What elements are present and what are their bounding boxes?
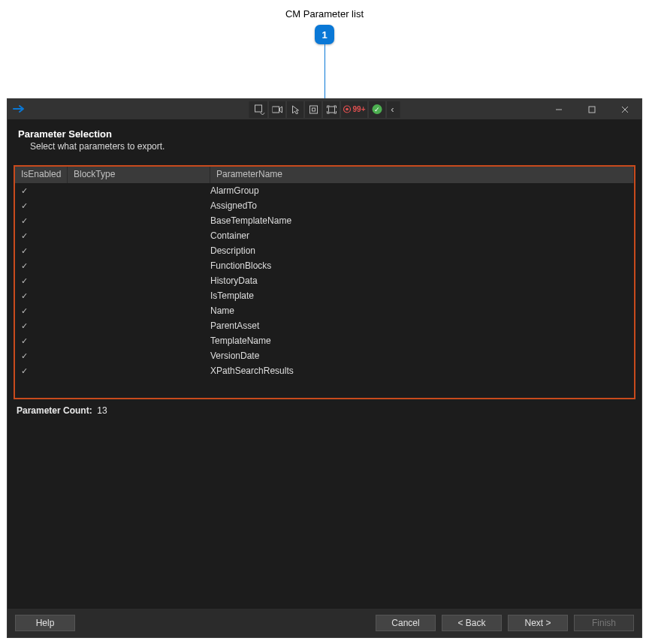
- check-icon: ✓: [21, 201, 28, 210]
- cell-parametername: AssignedTo: [210, 200, 634, 211]
- check-icon: ✓: [21, 306, 28, 315]
- cell-isenabled[interactable]: ✓: [15, 215, 68, 226]
- parameter-table: IsEnabled BlockType ParameterName ✓Alarm…: [14, 165, 635, 399]
- svg-rect-0: [255, 105, 261, 112]
- table-row[interactable]: ✓ParentAsset: [15, 318, 634, 333]
- cell-isenabled[interactable]: ✓: [15, 320, 68, 331]
- cell-parametername: FunctionBlocks: [210, 260, 634, 271]
- cell-parametername: HistoryData: [210, 275, 634, 286]
- titlebar: 99+ ✓ ‹: [8, 99, 641, 119]
- svg-rect-7: [589, 107, 595, 113]
- toolbar-status-ok-icon[interactable]: ✓: [368, 101, 386, 118]
- parameter-count-label: Parameter Count:: [17, 405, 92, 416]
- table-row[interactable]: ✓FunctionBlocks: [15, 258, 634, 273]
- check-icon: ✓: [21, 186, 28, 195]
- cell-isenabled[interactable]: ✓: [15, 230, 68, 241]
- table-header-row: IsEnabled BlockType ParameterName: [15, 167, 634, 183]
- cell-parametername: BaseTemplateName: [210, 215, 634, 226]
- page-subtitle: Select what parameters to export.: [18, 141, 631, 152]
- next-button[interactable]: Next >: [508, 615, 568, 631]
- table-row[interactable]: ✓HistoryData: [15, 273, 634, 288]
- cell-parametername: Name: [210, 305, 634, 316]
- cell-isenabled[interactable]: ✓: [15, 336, 68, 346]
- help-button[interactable]: Help: [15, 615, 75, 631]
- check-icon: ✓: [21, 261, 28, 270]
- annotation-label: CM Parameter list: [0, 8, 649, 20]
- cell-parametername: VersionDate: [210, 351, 634, 361]
- svg-point-6: [346, 108, 349, 111]
- cell-isenabled[interactable]: ✓: [15, 290, 68, 301]
- cell-isenabled[interactable]: ✓: [15, 366, 68, 376]
- table-row[interactable]: ✓XPathSearchResults: [15, 363, 634, 378]
- cell-parametername: Description: [210, 245, 634, 256]
- cell-isenabled[interactable]: ✓: [15, 245, 68, 256]
- toolbar-launch-icon[interactable]: [251, 101, 269, 118]
- close-button[interactable]: [608, 99, 641, 119]
- table-row[interactable]: ✓AlarmGroup: [15, 183, 634, 198]
- column-header-parametername[interactable]: ParameterName: [210, 167, 634, 183]
- toolbar-square-icon[interactable]: [305, 101, 323, 118]
- window-controls: [542, 99, 641, 119]
- cell-isenabled[interactable]: ✓: [15, 351, 68, 361]
- wizard-footer: Help Cancel < Back Next > Finish: [8, 609, 641, 637]
- wizard-window: 99+ ✓ ‹ Parameter Selection Select what …: [7, 98, 642, 638]
- annotation-callout-bubble: 1: [315, 25, 334, 44]
- table-body: ✓AlarmGroup✓AssignedTo✓BaseTemplateName✓…: [15, 183, 634, 398]
- check-icon: ✓: [21, 351, 28, 360]
- toolbar-cursor-icon[interactable]: [287, 101, 305, 118]
- cell-isenabled[interactable]: ✓: [15, 260, 68, 271]
- svg-rect-4: [328, 107, 334, 113]
- svg-rect-1: [272, 107, 279, 113]
- parameter-count-row: Parameter Count: 13: [8, 402, 641, 419]
- check-icon: ✓: [21, 291, 28, 300]
- table-row[interactable]: ✓Name: [15, 303, 634, 318]
- toolbar-notification-count: 99+: [353, 105, 366, 113]
- check-icon: ✓: [21, 231, 28, 240]
- cell-isenabled[interactable]: ✓: [15, 305, 68, 316]
- check-icon: ✓: [21, 336, 28, 345]
- column-header-blocktype[interactable]: BlockType: [68, 167, 210, 183]
- toolbar-notification-badge[interactable]: 99+: [341, 101, 369, 118]
- cell-parametername: TemplateName: [210, 336, 634, 346]
- table-row[interactable]: ✓Description: [15, 243, 634, 258]
- page-title: Parameter Selection: [18, 128, 631, 140]
- wizard-arrow-icon: [13, 104, 25, 116]
- toolbar-resize-icon[interactable]: [323, 101, 341, 118]
- minimize-button[interactable]: [542, 99, 575, 119]
- check-icon: ✓: [21, 321, 28, 330]
- finish-button: Finish: [574, 615, 634, 631]
- table-row[interactable]: ✓BaseTemplateName: [15, 213, 634, 228]
- cell-isenabled[interactable]: ✓: [15, 275, 68, 286]
- cell-parametername: ParentAsset: [210, 320, 634, 331]
- column-header-isenabled[interactable]: IsEnabled: [15, 167, 68, 183]
- wizard-header: Parameter Selection Select what paramete…: [8, 119, 641, 159]
- cancel-button[interactable]: Cancel: [376, 615, 436, 631]
- svg-rect-3: [312, 108, 315, 111]
- check-icon: ✓: [21, 276, 28, 285]
- parameter-count-value: 13: [97, 405, 107, 416]
- cell-parametername: XPathSearchResults: [210, 366, 634, 376]
- table-row[interactable]: ✓VersionDate: [15, 348, 634, 363]
- cell-parametername: Container: [210, 230, 634, 241]
- check-icon: ✓: [21, 216, 28, 225]
- back-button[interactable]: < Back: [442, 615, 502, 631]
- cell-parametername: AlarmGroup: [210, 185, 634, 196]
- table-row[interactable]: ✓TemplateName: [15, 333, 634, 348]
- check-icon: ✓: [21, 366, 28, 375]
- toolbar-record-icon[interactable]: [269, 101, 287, 118]
- table-row[interactable]: ✓IsTemplate: [15, 288, 634, 303]
- toolbar-nav-arrow[interactable]: ‹: [386, 101, 398, 118]
- table-row[interactable]: ✓Container: [15, 228, 634, 243]
- cell-isenabled[interactable]: ✓: [15, 200, 68, 211]
- titlebar-toolbar: 99+ ✓ ‹: [249, 101, 400, 118]
- svg-rect-2: [309, 106, 317, 113]
- check-icon: ✓: [21, 246, 28, 255]
- cell-parametername: IsTemplate: [210, 290, 634, 301]
- table-row[interactable]: ✓AssignedTo: [15, 198, 634, 213]
- cell-isenabled[interactable]: ✓: [15, 185, 68, 196]
- maximize-button[interactable]: [575, 99, 608, 119]
